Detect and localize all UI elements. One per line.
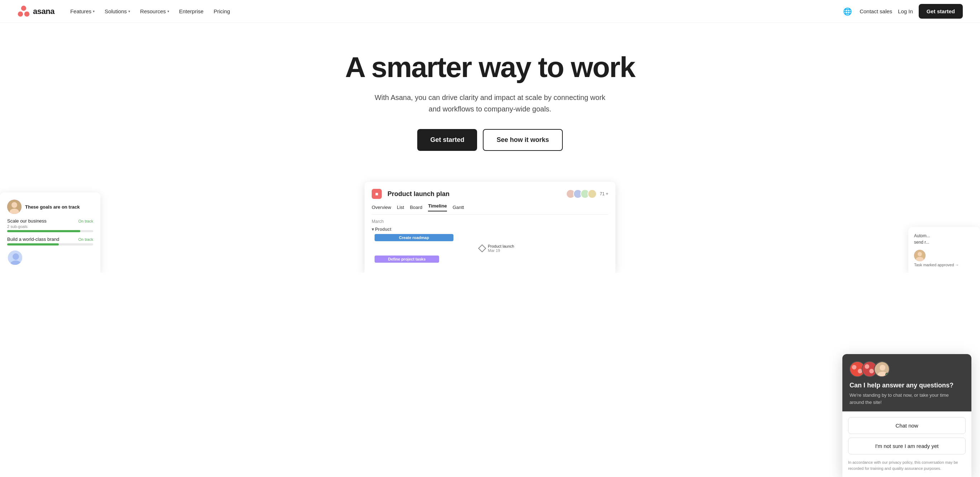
project-avatars: 71 + [566,189,608,199]
goal-1: Scale our business On track 2 sub-goals [7,218,93,232]
project-icon: ■ [372,189,382,199]
login-link[interactable]: Log In [898,8,913,14]
goal-1-sub: 2 sub-goals [7,224,93,229]
tab-board[interactable]: Board [410,203,422,211]
navbar: asana Features ▾ Solutions ▾ Resources ▾… [0,0,980,23]
asana-logo-icon [17,5,30,18]
nav-enterprise[interactable]: Enterprise [175,5,208,17]
project-avatar-count: 71 + [600,191,608,196]
nav-right: 🌐 Contact sales Log In Get started [841,4,963,19]
globe-icon[interactable]: 🌐 [841,5,854,18]
project-avatar-4 [587,189,597,199]
goals-panel-title: These goals are on track [25,204,80,210]
auto-panel-avatar [914,250,926,261]
avatar-2-icon [8,251,23,266]
tab-timeline[interactable]: Timeline [428,203,447,211]
auto-panel: Autom...send r... Task marked approved → [908,227,980,273]
auto-avatar-icon [914,250,926,261]
project-title: Product launch plan [388,190,450,198]
tab-overview[interactable]: Overview [372,203,391,211]
screenshots-row: These goals are on track Scale our busin… [0,172,980,273]
timeline-row-milestone: Product launch Mar 19 [372,244,608,253]
project-header: ■ Product launch plan 71 + [372,189,608,199]
svg-point-10 [918,252,922,256]
get-started-nav-button[interactable]: Get started [919,4,963,19]
features-chevron-icon: ▾ [93,9,95,13]
svg-point-7 [13,253,19,260]
svg-point-1 [18,11,23,16]
avatar-1-icon [7,200,22,214]
hero-subtitle: With Asana, you can drive clarity and im… [368,92,612,114]
hero-section: A smarter way to work With Asana, you ca… [0,23,980,165]
auto-panel-text: Autom...send r... [914,232,974,245]
svg-point-4 [11,202,17,208]
hero-get-started-button[interactable]: Get started [417,129,477,151]
timeline-section-label: ▾ Product [372,227,608,232]
timeline-bar-create-roadmap[interactable]: Create roadmap [375,234,453,241]
tab-gantt[interactable]: Gantt [453,203,464,211]
solutions-chevron-icon: ▾ [128,9,130,13]
timeline-row-2: Define project tasks [372,256,608,263]
goal-2-bar [7,243,59,245]
timeline-row-1: Create roadmap [372,234,608,241]
timeline-bar-define-tasks[interactable]: Define project tasks [375,256,439,263]
logo[interactable]: asana [17,5,54,18]
nav-pricing[interactable]: Pricing [209,5,234,17]
logo-text: asana [33,7,54,16]
svg-point-2 [24,11,29,16]
contact-sales-link[interactable]: Contact sales [859,8,892,14]
hero-see-how-button[interactable]: See how it works [483,129,562,151]
milestone-label: Product launch Mar 19 [488,244,514,253]
tab-list[interactable]: List [397,203,404,211]
nav-features[interactable]: Features ▾ [66,5,99,17]
goal-2-status: On track [78,237,93,242]
resources-chevron-icon: ▾ [167,9,169,13]
goal-2: Build a world-class brand On track [7,237,93,245]
hero-title: A smarter way to work [345,52,635,83]
task-approved-text: Task marked approved → [914,263,974,267]
timeline-month: March [372,219,608,224]
nav-left: asana Features ▾ Solutions ▾ Resources ▾… [17,5,234,18]
goal-1-bar [7,230,80,232]
project-panel: ■ Product launch plan 71 + Overview List… [364,182,616,273]
goals-panel: These goals are on track Scale our busin… [0,192,100,273]
nav-solutions[interactable]: Solutions ▾ [100,5,134,17]
project-tabs: Overview List Board Timeline Gantt [372,203,608,215]
milestone-diamond-icon [478,245,487,253]
nav-resources[interactable]: Resources ▾ [136,5,173,17]
svg-point-0 [21,5,26,10]
nav-links: Features ▾ Solutions ▾ Resources ▾ Enter… [66,5,234,17]
goal-1-status: On track [78,219,93,223]
hero-buttons: Get started See how it works [417,129,562,151]
